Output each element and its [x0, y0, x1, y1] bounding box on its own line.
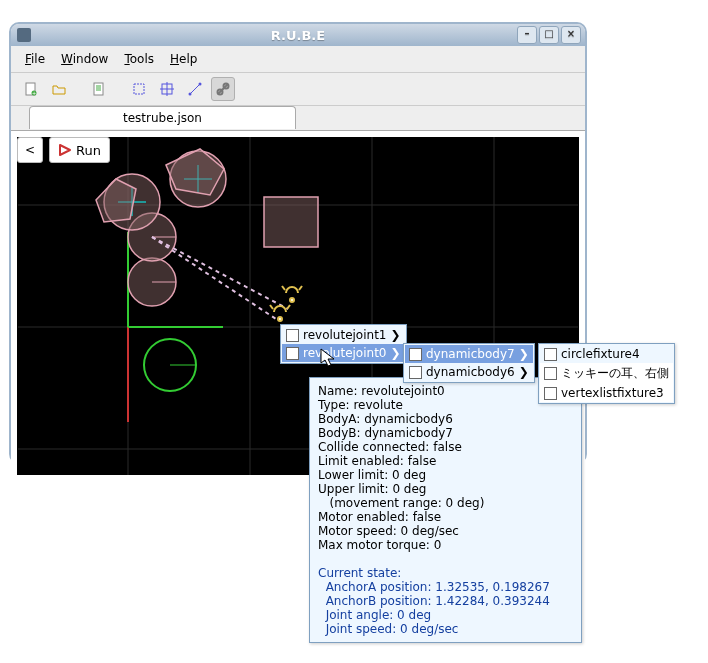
- checkbox[interactable]: [409, 366, 422, 379]
- submenu-arrow-icon: ❯: [519, 347, 529, 361]
- svg-point-12: [189, 93, 192, 96]
- select-tool-button[interactable]: [127, 77, 151, 101]
- joint-popup: revolutejoint1 ❯ revolutejoint0 ❯: [280, 324, 407, 364]
- svg-line-47: [282, 286, 285, 290]
- menu-item-circlefixture4[interactable]: circlefixture4: [540, 345, 673, 363]
- new-file-button[interactable]: +: [19, 77, 43, 101]
- checkbox[interactable]: [286, 329, 299, 342]
- svg-point-46: [278, 317, 282, 321]
- joint-tool-button[interactable]: [211, 77, 235, 101]
- svg-point-13: [199, 83, 202, 86]
- svg-marker-36: [96, 179, 136, 222]
- run-label: Run: [76, 143, 101, 158]
- svg-rect-3: [94, 83, 103, 95]
- play-icon: [58, 143, 72, 157]
- svg-rect-41: [264, 197, 318, 247]
- checkbox[interactable]: [544, 387, 557, 400]
- window-title: R.U.B.E: [271, 28, 325, 43]
- checkbox[interactable]: ✓: [409, 348, 422, 361]
- back-button[interactable]: <: [17, 137, 43, 163]
- checkbox[interactable]: [286, 347, 299, 360]
- open-file-button[interactable]: [47, 77, 71, 101]
- body-popup: ✓ dynamicbody7 ❯ dynamicbody6 ❯: [403, 343, 535, 383]
- svg-line-44: [270, 305, 273, 309]
- run-button[interactable]: Run: [49, 137, 110, 163]
- close-button[interactable]: ×: [561, 26, 581, 44]
- toolbar: +: [11, 73, 585, 106]
- fixture-popup: circlefixture4 ミッキーの耳、右側 vertexlistfixtu…: [538, 343, 675, 404]
- menu-item-dynamicbody6[interactable]: dynamicbody6 ❯: [405, 363, 533, 381]
- maximize-button[interactable]: □: [539, 26, 559, 44]
- checkbox[interactable]: [544, 367, 557, 380]
- menu-file[interactable]: File: [19, 50, 51, 68]
- app-icon: [17, 28, 31, 42]
- menu-item-vertexlistfixture3[interactable]: vertexlistfixture3: [540, 384, 673, 402]
- joint-tooltip: Name: revolutejoint0 Type: revolute Body…: [309, 377, 582, 643]
- svg-text:+: +: [32, 90, 36, 96]
- document-button[interactable]: [87, 77, 111, 101]
- menu-item-dynamicbody7[interactable]: ✓ dynamicbody7 ❯: [405, 345, 533, 363]
- menu-help[interactable]: Help: [164, 50, 203, 68]
- checkbox[interactable]: [544, 348, 557, 361]
- submenu-arrow-icon: ❯: [390, 346, 400, 360]
- svg-line-45: [287, 305, 290, 309]
- frame-tool-button[interactable]: [155, 77, 179, 101]
- svg-rect-7: [134, 84, 144, 94]
- menu-item-revolutejoint1[interactable]: revolutejoint1 ❯: [282, 326, 405, 344]
- menu-item-mickey-ear[interactable]: ミッキーの耳、右側: [540, 363, 673, 384]
- minimize-button[interactable]: –: [517, 26, 537, 44]
- submenu-arrow-icon: ❯: [519, 365, 529, 379]
- svg-line-48: [299, 286, 302, 290]
- menu-item-revolutejoint0[interactable]: revolutejoint0 ❯: [282, 344, 405, 362]
- svg-line-11: [190, 84, 200, 94]
- titlebar[interactable]: R.U.B.E – □ ×: [11, 24, 585, 46]
- menu-window[interactable]: Window: [55, 50, 114, 68]
- menu-tools[interactable]: Tools: [118, 50, 160, 68]
- menubar: File Window Tools Help: [11, 46, 585, 73]
- line-tool-button[interactable]: [183, 77, 207, 101]
- tab-bar: testrube.json: [11, 106, 585, 131]
- svg-point-49: [290, 298, 294, 302]
- tab-document[interactable]: testrube.json: [29, 106, 296, 129]
- submenu-arrow-icon: ❯: [390, 328, 400, 342]
